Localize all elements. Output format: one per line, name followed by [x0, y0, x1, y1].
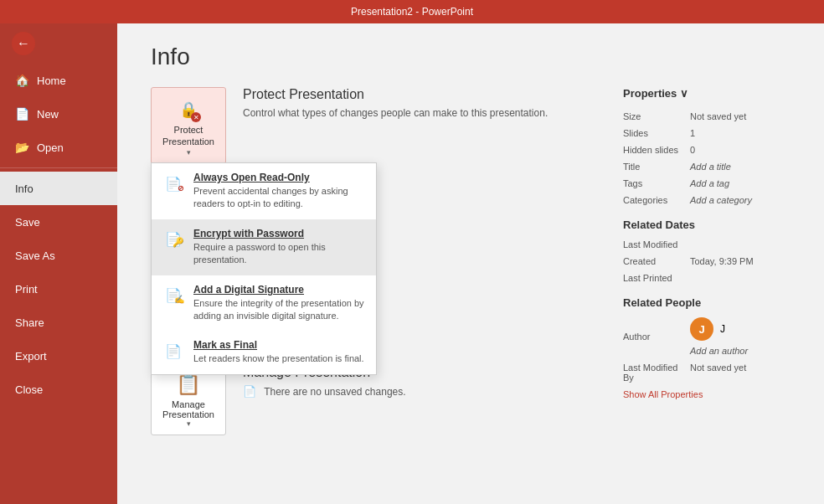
open-icon: 📂 [15, 141, 28, 154]
encrypt-icon: 📄 🔑 [162, 228, 185, 251]
author-avatar: J [690, 317, 713, 341]
manage-btn-label: ManagePresentation [162, 399, 214, 419]
digital-sig-title: Add a Digital Signature [193, 284, 366, 296]
sidebar-label-close: Close [15, 383, 43, 396]
add-author-link[interactable]: Add an author [690, 346, 748, 356]
protect-btn-arrow: ▾ [187, 148, 191, 157]
prop-value-tags[interactable]: Add a tag [690, 178, 729, 188]
prop-row-size: Size Not saved yet [623, 111, 791, 121]
sidebar-item-save[interactable]: Save [0, 205, 117, 239]
sidebar-item-home[interactable]: 🏠 Home [0, 64, 117, 97]
properties-rows: Size Not saved yet Slides 1 Hidden slide… [623, 111, 791, 205]
protect-card-content: Protect Presentation Control what types … [243, 87, 548, 119]
always-open-title: Always Open Read-Only [193, 172, 366, 183]
back-button[interactable]: ← [0, 23, 117, 64]
prop-value-hidden: 0 [690, 145, 695, 155]
sidebar-label-info: Info [15, 183, 33, 195]
prop-row-tags: Tags Add a tag [623, 178, 791, 188]
sidebar-item-saveas[interactable]: Save As [0, 239, 117, 272]
prop-label-last-modified: Last Modified [623, 239, 690, 249]
prop-label-last-printed: Last Printed [623, 273, 690, 283]
sidebar-item-info[interactable]: Info [0, 172, 117, 205]
manage-desc-icon: 📄 [243, 385, 256, 398]
prop-row-categories: Categories Add a category [623, 195, 791, 205]
digital-sig-text: Add a Digital Signature Ensure the integ… [193, 284, 366, 323]
mark-final-desc: Let readers know the presentation is fin… [193, 352, 366, 365]
protect-card-title: Protect Presentation [243, 87, 548, 102]
left-column: 🔒 ✕ ProtectPresentation ▾ Protect Presen… [151, 87, 598, 487]
prop-row-last-modified: Last Modified [623, 239, 791, 249]
sidebar-item-new[interactable]: 📄 New [0, 97, 117, 131]
related-people-content: Author J J Add an author Las [623, 317, 791, 383]
encrypt-title: Encrypt with Password [193, 228, 366, 239]
mark-final-text: Mark as Final Let readers know the prese… [193, 339, 366, 365]
sidebar-item-close[interactable]: Close [0, 373, 117, 406]
encrypt-desc: Require a password to open this presenta… [193, 241, 366, 267]
manage-card: 📋 ManagePresentation ▾ Manage Presentati… [151, 365, 598, 435]
prop-row-hidden: Hidden slides 0 [623, 145, 791, 155]
prop-label-last-modified-by: Last Modified By [623, 363, 690, 383]
back-arrow-icon[interactable]: ← [12, 32, 35, 55]
protect-card: 🔒 ✕ ProtectPresentation ▾ Protect Presen… [151, 87, 598, 164]
menu-item-always-open[interactable]: 📄 ⊘ Always Open Read-Only Prevent accide… [152, 163, 376, 219]
always-open-desc: Prevent accidental changes by asking rea… [193, 185, 366, 211]
page-title: Info [117, 23, 824, 87]
sidebar-label-saveas: Save As [15, 249, 55, 262]
mark-final-icon: 📄 [162, 339, 185, 363]
sidebar-label-home: Home [37, 75, 66, 87]
prop-row-title: Title Add a title [623, 162, 791, 172]
prop-value-slides: 1 [690, 128, 695, 138]
protect-btn-label: ProtectPresentation [162, 124, 214, 148]
prop-label-tags: Tags [623, 178, 690, 188]
author-initial: J [698, 323, 704, 336]
title-bar: Presentation2 - PowerPoint [0, 0, 824, 23]
prop-label-categories: Categories [623, 195, 690, 205]
sidebar: ← 🏠 Home 📄 New 📂 Open Info Save Save As … [0, 23, 117, 504]
new-icon: 📄 [15, 107, 28, 121]
manage-card-description: 📄 There are no unsaved changes. [243, 385, 406, 398]
mark-final-title: Mark as Final [193, 339, 366, 351]
author-name: J [720, 323, 725, 335]
sidebar-item-share[interactable]: Share [0, 306, 117, 339]
manage-icon: 📋 [176, 373, 201, 396]
prop-label-title: Title [623, 162, 690, 172]
sidebar-label-print: Print [15, 283, 38, 296]
menu-item-mark-final[interactable]: 📄 Mark as Final Let readers know the pre… [152, 331, 376, 373]
sidebar-label-open: Open [37, 141, 64, 154]
prop-label-author: Author [623, 332, 690, 342]
manage-button[interactable]: 📋 ManagePresentation ▾ [151, 365, 226, 435]
protect-dropdown: 📄 ⊘ Always Open Read-Only Prevent accide… [151, 162, 377, 375]
prop-value-title[interactable]: Add a title [690, 162, 731, 172]
prop-row-slides: Slides 1 [623, 128, 791, 138]
sidebar-label-new: New [37, 108, 59, 121]
properties-panel: Properties ∨ Size Not saved yet Slides 1… [623, 87, 791, 487]
prop-value-categories[interactable]: Add a category [690, 195, 752, 205]
sidebar-label-export: Export [15, 350, 47, 363]
menu-item-encrypt[interactable]: 📄 🔑 Encrypt with Password Require a pass… [152, 219, 376, 275]
manage-btn-arrow: ▾ [187, 419, 191, 428]
properties-header[interactable]: Properties ∨ [623, 87, 791, 100]
sidebar-item-export[interactable]: Export [0, 339, 117, 373]
menu-item-digital-sig[interactable]: 📄 ✍ Add a Digital Signature Ensure the i… [152, 275, 376, 332]
title-bar-text: Presentation2 - PowerPoint [351, 6, 473, 18]
prop-label-size: Size [623, 111, 690, 121]
prop-row-last-printed: Last Printed [623, 273, 791, 283]
sidebar-item-print[interactable]: Print [0, 272, 117, 306]
prop-value-size: Not saved yet [690, 111, 746, 121]
author-row: J J [690, 317, 748, 341]
prop-row-last-modified-by: Last Modified By Not saved yet [623, 363, 791, 383]
prop-label-slides: Slides [623, 128, 690, 138]
content-area: Info 🔒 ✕ ProtectPresentation ▾ [117, 23, 824, 504]
show-all-properties-link[interactable]: Show All Properties [623, 389, 791, 399]
sidebar-item-open[interactable]: 📂 Open [0, 131, 117, 164]
related-people-header: Related People [623, 296, 791, 309]
protect-button[interactable]: 🔒 ✕ ProtectPresentation ▾ [151, 87, 226, 164]
encrypt-text: Encrypt with Password Require a password… [193, 228, 366, 267]
x-badge: ✕ [191, 112, 201, 122]
info-body: 🔒 ✕ ProtectPresentation ▾ Protect Presen… [117, 87, 824, 504]
home-icon: 🏠 [15, 74, 28, 87]
protect-icon: 🔒 ✕ [179, 95, 198, 121]
prop-label-created: Created [623, 256, 690, 266]
always-open-icon: 📄 ⊘ [162, 172, 185, 195]
prop-row-created: Created Today, 9:39 PM [623, 256, 791, 266]
